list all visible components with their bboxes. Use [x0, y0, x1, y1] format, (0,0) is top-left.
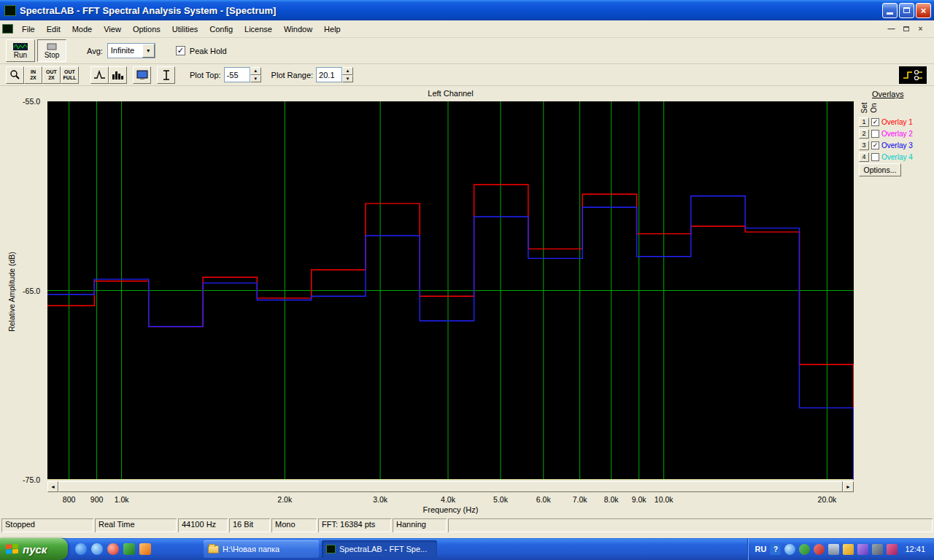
plot-scrollbar[interactable]: ◄ ►: [47, 481, 854, 492]
mdi-restore-button[interactable]: [900, 23, 912, 34]
overlay-4-checkbox[interactable]: [871, 153, 879, 161]
tray-icon-volume[interactable]: [872, 544, 883, 555]
plot-top-input[interactable]: [224, 67, 250, 82]
x-tick-label: 9.0k: [632, 495, 647, 504]
status-sample-rate: 44100 Hz: [178, 518, 228, 532]
menu-help[interactable]: Help: [318, 23, 347, 36]
quick-launch-bar: [75, 543, 151, 555]
audio-io-button[interactable]: [899, 66, 927, 84]
menu-file[interactable]: File: [16, 23, 41, 36]
overlay-2-checkbox[interactable]: [871, 130, 879, 138]
scroll-right-icon: ►: [846, 484, 851, 489]
peak-hold-checkbox[interactable]: ✓: [176, 46, 185, 55]
overlay-1-set-button[interactable]: 1: [859, 117, 869, 127]
tray-icon-4[interactable]: [843, 544, 854, 555]
mdi-close-button[interactable]: ×: [914, 23, 927, 34]
mdi-restore-icon: [903, 26, 909, 31]
plot-range-input[interactable]: [316, 67, 342, 82]
overlays-title: Overlays: [872, 90, 903, 98]
scroll-left-button[interactable]: ◄: [47, 481, 58, 492]
x-tick-label: 10.0k: [655, 495, 674, 504]
x-tick-label: 5.0k: [493, 495, 508, 504]
plot-top-down-button[interactable]: ▼: [250, 75, 261, 83]
tray-icon-1[interactable]: [784, 544, 795, 555]
menu-edit[interactable]: Edit: [41, 23, 66, 36]
task-button-folder[interactable]: H:\Новая папка: [204, 540, 319, 558]
folder-icon: [208, 545, 219, 553]
clock[interactable]: 12:41: [905, 545, 925, 553]
x-axis-labels: 8009001.0k2.0k3.0k4.0k5.0k6.0k7.0k8.0k9.…: [47, 495, 854, 505]
scroll-right-button[interactable]: ►: [843, 481, 854, 492]
status-fft-size: FFT: 16384 pts: [318, 518, 391, 532]
chevron-down-icon: ▼: [146, 48, 151, 53]
plot-top-up-button[interactable]: ▲: [250, 67, 261, 75]
display-settings-button[interactable]: [133, 66, 151, 84]
tray-icon-monitor[interactable]: [828, 544, 839, 555]
spectrum-plot[interactable]: [47, 101, 854, 480]
document-icon[interactable]: [2, 24, 13, 34]
system-tray: RU ? 12:41: [747, 538, 934, 560]
restore-button[interactable]: [899, 3, 914, 18]
overlay-4-set-button[interactable]: 4: [859, 152, 869, 162]
overlay-options-button[interactable]: Options...: [859, 163, 901, 176]
quicklaunch-icon-5[interactable]: [139, 543, 151, 555]
taskbar: пуск H:\Новая папка SpectraLAB - FFT Spe…: [0, 538, 934, 560]
zoom-out-2x-button[interactable]: OUT 2X: [42, 66, 61, 84]
tray-icon-3[interactable]: [814, 544, 825, 555]
start-button[interactable]: пуск: [0, 538, 68, 560]
language-indicator[interactable]: RU: [755, 545, 767, 553]
menu-config[interactable]: Config: [204, 23, 239, 36]
menu-utilities[interactable]: Utilities: [166, 23, 204, 36]
zoom-tool-button[interactable]: [6, 66, 24, 84]
overlay-3-set-button[interactable]: 3: [859, 141, 869, 150]
avg-combobox[interactable]: Infinite ▼: [107, 43, 155, 58]
y-axis-title: Relative Amplitude (dB): [7, 252, 16, 332]
i-beam-icon: [162, 69, 171, 81]
minimize-button[interactable]: [882, 3, 898, 18]
marker-tool-button[interactable]: [157, 66, 175, 84]
y-tick-label: -55.0: [23, 97, 40, 106]
quicklaunch-icon-1[interactable]: [75, 543, 87, 555]
spectralab-icon: [326, 545, 336, 553]
window-title: SpectraLAB - FFT Spectral Analysis Syste…: [20, 5, 276, 16]
tray-icon-5[interactable]: [857, 544, 868, 555]
app-icon[interactable]: [4, 5, 16, 16]
scrollbar-thumb[interactable]: [58, 481, 843, 492]
menu-mode[interactable]: Mode: [66, 23, 99, 36]
mdi-minimize-button[interactable]: —: [885, 23, 898, 34]
x-tick-label: 900: [90, 495, 104, 504]
overlay-4-label: Overlay 4: [881, 153, 913, 161]
bar-plot-mode-button[interactable]: [109, 66, 127, 84]
overlay-2-set-button[interactable]: 2: [859, 129, 869, 139]
run-button[interactable]: Run: [6, 39, 35, 62]
plot-range-up-button[interactable]: ▲: [342, 67, 353, 75]
line-plot-mode-button[interactable]: [90, 66, 109, 84]
menu-view[interactable]: View: [98, 23, 127, 36]
overlay-3-checkbox[interactable]: ✓: [871, 141, 879, 149]
stop-button[interactable]: Stop: [37, 39, 66, 62]
x-tick-label: 8.0k: [604, 495, 619, 504]
plot-toolbar: IN 2X OUT 2X OUT FULL: [0, 64, 934, 86]
avg-dropdown-button[interactable]: ▼: [142, 44, 155, 58]
quicklaunch-icon-4[interactable]: [123, 543, 135, 555]
tray-icon-6[interactable]: [887, 544, 898, 555]
menu-license[interactable]: License: [239, 23, 278, 36]
close-button[interactable]: ×: [916, 3, 931, 18]
zoom-out-full-button[interactable]: OUT FULL: [61, 66, 79, 84]
minimize-icon: [887, 12, 893, 15]
task-button-spectralab[interactable]: SpectraLAB - FFT Spe...: [322, 540, 437, 558]
plot-range-down-button[interactable]: ▼: [342, 75, 353, 83]
zoom-in-2x-button[interactable]: IN 2X: [24, 66, 42, 84]
menu-options[interactable]: Options: [127, 23, 166, 36]
overlays-set-column-label: Set: [860, 102, 868, 113]
avg-label: Avg:: [87, 47, 103, 55]
help-tray-icon[interactable]: ?: [770, 544, 781, 555]
quicklaunch-icon-2[interactable]: [91, 543, 103, 555]
menu-window[interactable]: Window: [278, 23, 318, 36]
spectrum-client-area: Left Channel -55.0-65.0-75.0 Relative Am…: [0, 86, 934, 518]
trace-overlay-1: [47, 184, 854, 480]
quicklaunch-icon-3[interactable]: [107, 543, 119, 555]
monitor-icon: [136, 70, 148, 80]
overlay-1-checkbox[interactable]: ✓: [871, 118, 879, 126]
tray-icon-2[interactable]: [799, 544, 810, 555]
